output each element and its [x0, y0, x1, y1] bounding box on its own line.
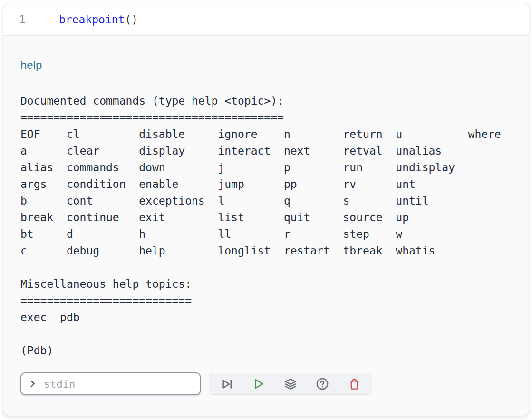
toolbar — [209, 373, 372, 395]
help-button[interactable] — [315, 377, 329, 391]
step-forward-button[interactable] — [220, 377, 234, 391]
stack-button[interactable] — [283, 377, 298, 391]
code-token-builtin: breakpoint — [59, 13, 125, 26]
clear-button[interactable] — [347, 377, 361, 391]
play-icon — [252, 377, 265, 391]
chevron-right-icon — [28, 379, 38, 389]
stdin-input[interactable] — [43, 378, 193, 391]
trash-icon — [348, 378, 361, 391]
line-number: 1 — [19, 13, 26, 26]
run-button[interactable] — [251, 377, 266, 391]
help-circle-icon — [316, 377, 329, 391]
line-number-gutter: 1 — [3, 3, 49, 35]
layers-icon — [284, 377, 297, 391]
io-row — [20, 372, 512, 395]
console-output: help Documented commands (type help <top… — [3, 36, 529, 395]
stdin-inputbox[interactable] — [20, 372, 201, 395]
code-token-parens: () — [125, 13, 138, 26]
debugger-panel: 1 breakpoint() help Documented commands … — [3, 3, 529, 416]
skip-forward-icon — [221, 378, 233, 391]
command-echo: help — [20, 59, 512, 72]
pdb-output-text: Documented commands (type help <topic>):… — [20, 93, 512, 359]
code-editor: 1 breakpoint() — [3, 3, 529, 36]
code-line[interactable]: breakpoint() — [49, 3, 529, 35]
